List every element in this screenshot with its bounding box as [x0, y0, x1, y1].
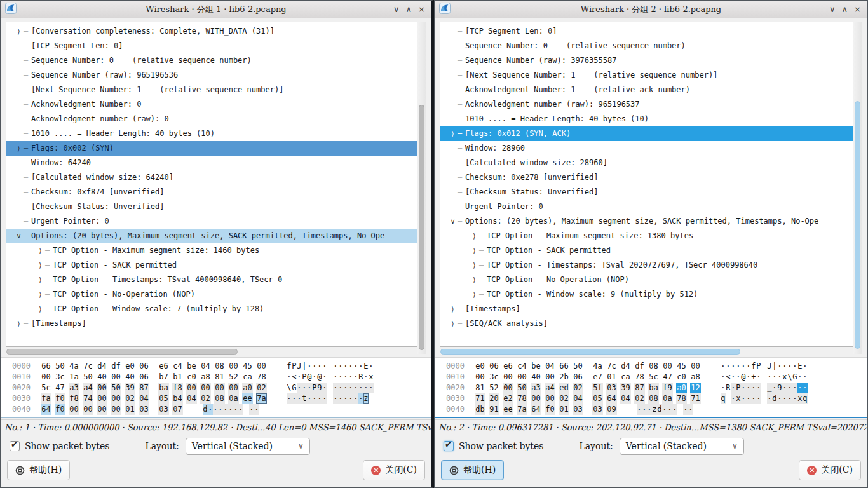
scrollbar-thumb[interactable] — [855, 101, 860, 349]
tree-row-label: Checksum: 0xe278 [unverified] — [465, 173, 599, 182]
tree-row[interactable]: –Acknowledgment Number: 1 (relative ack … — [440, 83, 862, 97]
expander-chevron-down-icon[interactable]: ∨ — [448, 214, 458, 229]
hex-row[interactable]: 0010003c1a5040004006b7b1c0a88152ca78·<·P… — [12, 372, 431, 383]
hex-row[interactable]: 0010003c000040002b06e701ca785c47c0a8·<··… — [446, 372, 867, 383]
tree-row[interactable]: –Window: 28960 — [440, 141, 862, 156]
hex-row[interactable]: 0030faf0f8740000020405b40402080aee7a···t… — [12, 393, 431, 404]
tree-row[interactable]: –Sequence Number: 0 (relative sequence n… — [6, 53, 426, 68]
help-button[interactable]: 帮助(H) — [441, 460, 504, 480]
tree-row[interactable]: –Acknowledgment number (raw): 965196537 — [440, 97, 862, 112]
hex-row[interactable]: 0000e006e6c4be0466504a7cd4df08004500····… — [446, 361, 867, 372]
expander-chevron-right-icon[interactable]: ⟩ — [470, 273, 479, 287]
expander-chevron-right-icon[interactable]: ⟩ — [448, 316, 458, 331]
scrollbar-thumb[interactable] — [440, 349, 740, 355]
titlebar[interactable]: Wireshark · 分组 2 · lib6-2.pcapng ∨ ∧ × — [435, 1, 867, 18]
tree-row[interactable]: –Checksum: 0xf874 [unverified] — [6, 185, 426, 200]
show-packet-bytes-label[interactable]: Show packet bytes — [459, 441, 543, 451]
tree-row[interactable]: –[Next Sequence Number: 1 (relative sequ… — [6, 83, 426, 97]
tree-row[interactable]: –[TCP Segment Len: 0] — [6, 39, 426, 53]
minimize-chevron-down-icon[interactable]: ∨ — [829, 5, 836, 13]
tree-row[interactable]: ⟩–TCP Option - SACK permitted — [440, 243, 862, 258]
tree-row[interactable]: ⟩–TCP Option - SACK permitted — [6, 258, 426, 273]
expander-chevron-right-icon[interactable]: ⟩ — [470, 287, 479, 302]
tree-row[interactable]: ⟩–[Timestamps] — [6, 316, 426, 331]
hex-row[interactable]: 000066504a7cd4dfe006e6c4be0408004500fPJ|… — [12, 361, 431, 372]
expander-chevron-right-icon[interactable]: ⟩ — [36, 243, 45, 258]
expander-chevron-right-icon[interactable]: ⟩ — [470, 243, 479, 258]
scrollbar-thumb[interactable] — [6, 349, 238, 355]
tree-row[interactable]: –1010 .... = Header Length: 40 bytes (10… — [6, 126, 426, 141]
expander-chevron-right-icon[interactable]: ⟩ — [14, 316, 24, 331]
tree-row[interactable]: ∨–Options: (20 bytes), Maximum segment s… — [440, 214, 862, 229]
tree-row[interactable]: ⟩–Flags: 0x012 (SYN, ACK) — [440, 126, 862, 141]
minimize-chevron-down-icon[interactable]: ∨ — [393, 5, 400, 13]
hex-row[interactable]: 002081520050a3a4ed025f033987baf9a012·R·P… — [446, 383, 867, 393]
tree-vertical-scrollbar[interactable] — [417, 22, 426, 354]
tree-row[interactable]: –Urgent Pointer: 0 — [440, 200, 862, 214]
tree-row[interactable]: –Urgent Pointer: 0 — [6, 214, 426, 229]
titlebar[interactable]: Wireshark · 分组 1 · lib6-2.pcapng ∨ ∧ × — [1, 1, 431, 18]
hex-row[interactable]: 00205c47a3a400503987baf800000000a002\G··… — [12, 383, 431, 393]
scrollbar-thumb[interactable] — [419, 105, 424, 350]
tree-row[interactable]: –Acknowledgment number (raw): 0 — [6, 112, 426, 126]
show-packet-bytes-checkbox[interactable] — [10, 441, 20, 451]
close-button[interactable]: ✕ 关闭(C) — [363, 460, 425, 480]
tree-row[interactable]: –Checksum: 0xe278 [unverified] — [440, 170, 862, 185]
expander-chevron-down-icon[interactable]: ∨ — [14, 229, 24, 243]
expander-chevron-right-icon[interactable]: ⟩ — [448, 302, 458, 316]
ascii-char: · — [772, 372, 777, 383]
expander-chevron-right-icon[interactable]: ⟩ — [36, 287, 45, 302]
tree-row[interactable]: ⟩–TCP Option - Maximum segment size: 146… — [6, 243, 426, 258]
tree-row[interactable]: ⟩–[Conversation completeness: Complete, … — [6, 24, 426, 39]
tree-row[interactable]: –Window: 64240 — [6, 156, 426, 170]
hex-byte: ee — [242, 393, 253, 404]
hex-row[interactable]: 0040db91ee7a64f001030309···zd····· — [446, 404, 867, 415]
close-window-icon[interactable]: × — [854, 5, 861, 13]
tree-row[interactable]: –Acknowledgment Number: 0 — [6, 97, 426, 112]
expander-chevron-right-icon[interactable]: ⟩ — [36, 273, 45, 287]
hex-row[interactable]: 004064f00000000001030307d········· — [12, 404, 431, 415]
maximize-chevron-up-icon[interactable]: ∧ — [842, 5, 848, 13]
close-button[interactable]: ✕ 关闭(C) — [799, 460, 861, 480]
close-window-icon[interactable]: × — [418, 5, 425, 13]
expander-chevron-right-icon[interactable]: ⟩ — [36, 302, 45, 316]
tree-row[interactable]: –[Checksum Status: Unverified] — [6, 200, 426, 214]
tree-row[interactable]: –Sequence Number (raw): 3976355587 — [440, 53, 862, 68]
tree-row[interactable]: ⟩–TCP Option - Window scale: 7 (multiply… — [6, 302, 426, 316]
show-packet-bytes-checkbox[interactable] — [444, 441, 454, 451]
tree-row[interactable]: –1010 .... = Header Length: 40 bytes (10… — [440, 112, 862, 126]
tree-row[interactable]: –[Checksum Status: Unverified] — [440, 185, 862, 200]
maximize-chevron-up-icon[interactable]: ∧ — [406, 5, 412, 13]
tree-horizontal-scrollbar[interactable] — [440, 348, 862, 355]
layout-select[interactable]: Vertical (Stacked)∨ — [620, 438, 744, 455]
tree-row[interactable]: ⟩–TCP Option - Maximum segment size: 138… — [440, 229, 862, 243]
tree-row[interactable]: –[TCP Segment Len: 0] — [440, 24, 862, 39]
help-button[interactable]: 帮助(H) — [7, 460, 70, 480]
tree-row[interactable]: –[Calculated window size: 28960] — [440, 156, 862, 170]
tree-row[interactable]: –Sequence Number: 0 (relative sequence n… — [440, 39, 862, 53]
tree-row[interactable]: –[Calculated window size: 64240] — [6, 170, 426, 185]
expander-chevron-right-icon[interactable]: ⟩ — [14, 141, 24, 156]
expander-chevron-right-icon[interactable]: ⟩ — [470, 258, 479, 273]
tree-row[interactable]: –[Next Sequence Number: 1 (relative sequ… — [440, 68, 862, 83]
expander-chevron-right-icon[interactable]: ⟩ — [14, 24, 24, 39]
tree-row[interactable]: ⟩–Flags: 0x002 (SYN) — [6, 141, 426, 156]
tree-horizontal-scrollbar[interactable] — [6, 348, 426, 355]
show-packet-bytes-label[interactable]: Show packet bytes — [25, 441, 109, 451]
tree-row[interactable]: ⟩–TCP Option - Timestamps: TSval 4000998… — [6, 273, 426, 287]
tree-row[interactable]: ⟩–[Timestamps] — [440, 302, 862, 316]
tree-vertical-scrollbar[interactable] — [853, 22, 862, 354]
tree-row[interactable]: ⟩–[SEQ/ACK analysis] — [440, 316, 862, 331]
hex-row[interactable]: 00307120e2780000020405640402080a7871q ·x… — [446, 393, 867, 404]
expander-chevron-right-icon[interactable]: ⟩ — [36, 258, 45, 273]
tree-row[interactable]: ⟩–TCP Option - No-Operation (NOP) — [440, 273, 862, 287]
tree-row[interactable]: ⟩–TCP Option - Window scale: 9 (multiply… — [440, 287, 862, 302]
tree-row[interactable]: ⟩–TCP Option - No-Operation (NOP) — [6, 287, 426, 302]
tree-row[interactable]: –Sequence Number (raw): 965196536 — [6, 68, 426, 83]
tree-row[interactable]: ∨–Options: (20 bytes), Maximum segment s… — [6, 229, 426, 243]
tree-row[interactable]: ⟩–TCP Option - Timestamps: TSval 2020727… — [440, 258, 862, 273]
expander-chevron-right-icon[interactable]: ⟩ — [448, 126, 458, 141]
ascii-char: | — [302, 361, 307, 372]
layout-select[interactable]: Vertical (Stacked)∨ — [186, 438, 310, 455]
expander-chevron-right-icon[interactable]: ⟩ — [470, 229, 479, 243]
